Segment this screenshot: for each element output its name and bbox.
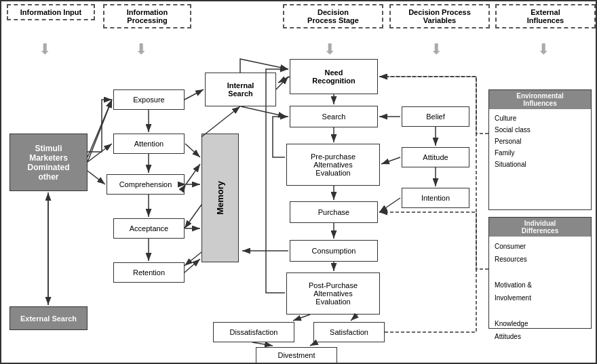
env-panel-content: CultureSocial classPersonalFamilySituati…	[489, 109, 591, 174]
stimuli-box: StimuliMarketersDominatedother	[9, 134, 88, 191]
svg-line-12	[276, 77, 288, 89]
intention-box: Intention	[402, 188, 469, 208]
arrow-external-inf: ⬇	[537, 41, 550, 58]
svg-line-18	[293, 315, 310, 321]
divestment-box: Divestment	[256, 347, 337, 363]
attention-box: Attention	[113, 134, 185, 154]
consumption-box: Consumption	[290, 240, 378, 262]
svg-line-24	[379, 198, 400, 212]
ind-panel-content: ConsumerResourcesMotivation &Involvement…	[489, 237, 591, 346]
arrow-decision-stage: ⬇	[324, 41, 336, 58]
arrow-info-processing: ⬇	[135, 41, 147, 58]
exposure-box: Exposure	[113, 89, 185, 110]
svg-line-2	[88, 100, 112, 162]
ind-differences-panel: IndividualDifferences ConsumerResourcesM…	[488, 217, 592, 329]
svg-line-9	[185, 259, 200, 272]
diagram: Information Input InformationProcessing …	[0, 0, 597, 364]
retention-box: Retention	[113, 262, 185, 283]
arrow-decision-vars: ⬇	[430, 41, 442, 58]
comprehension-box: Comprehension	[107, 174, 185, 195]
arrow-info-input: ⬇	[39, 41, 51, 58]
pre-purchase-box: Pre-purchaseAlternativesEvaluation	[286, 144, 380, 186]
ind-panel-title: IndividualDifferences	[489, 218, 591, 237]
post-purchase-box: Post-PurchaseAlternativesEvaluation	[286, 272, 380, 315]
svg-line-21	[310, 342, 317, 346]
env-influences-panel: EnvironmentalInfluences CultureSocial cl…	[488, 89, 592, 210]
header-info-input: Information Input	[7, 4, 95, 20]
satisfaction-box: Satisfaction	[313, 322, 385, 342]
header-external-inf: ExternalInfluences	[495, 4, 596, 28]
svg-line-4	[88, 171, 105, 184]
purchase-box: Purchase	[290, 201, 378, 223]
svg-line-3	[88, 144, 112, 162]
svg-line-28	[88, 100, 112, 157]
external-search-box: External Search	[9, 306, 88, 330]
svg-line-10	[186, 164, 200, 184]
search-box: Search	[290, 106, 378, 127]
env-panel-title: EnvironmentalInfluences	[489, 90, 591, 109]
header-decision-vars: Decision ProcessVariables	[389, 4, 490, 28]
internal-search-box: InternalSearch	[205, 73, 276, 106]
memory-box: Memory	[201, 134, 239, 262]
header-decision-stage: DecisionProcess Stage	[283, 4, 383, 28]
svg-line-26	[381, 157, 400, 164]
dissatisfaction-box: Dissatisfaction	[213, 322, 294, 342]
svg-line-27	[185, 89, 204, 100]
attitude-box: Attitude	[402, 147, 469, 167]
acceptance-box: Acceptance	[113, 218, 185, 239]
belief-box: Belief	[402, 106, 469, 127]
svg-line-19	[351, 315, 358, 321]
need-recognition-box: NeedRecognition	[290, 59, 378, 94]
svg-line-20	[252, 342, 273, 346]
header-info-processing: InformationProcessing	[103, 4, 191, 28]
